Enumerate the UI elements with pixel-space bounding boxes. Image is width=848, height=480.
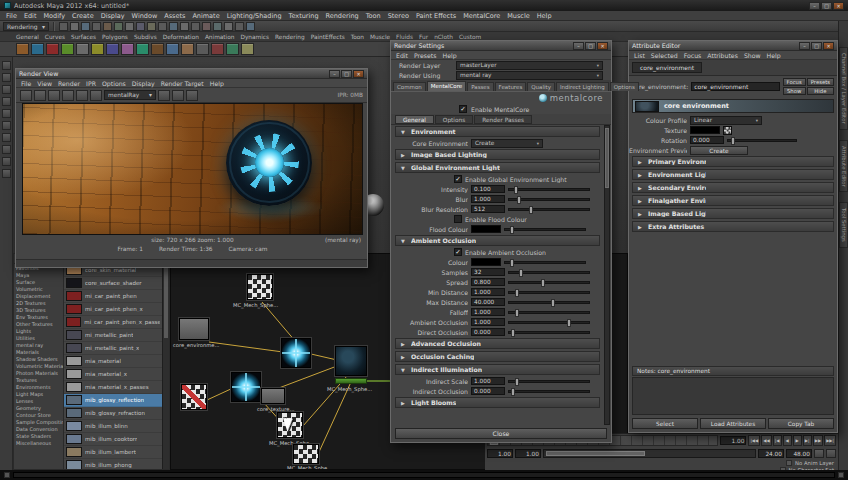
- attribute-editor-button[interactable]: Hide: [807, 87, 834, 95]
- menu-item[interactable]: Help: [443, 52, 457, 59]
- shelf-icon[interactable]: [196, 43, 209, 55]
- checkbox[interactable]: [454, 175, 462, 183]
- section-arrow-icon[interactable]: ▶: [638, 159, 645, 165]
- color-swatch[interactable]: [471, 225, 501, 233]
- attribute-dropdown[interactable]: Linear▾: [690, 116, 762, 125]
- node-tab[interactable]: core_environment: [632, 62, 702, 73]
- value-field[interactable]: 40.000: [471, 298, 505, 306]
- status-icon[interactable]: [180, 22, 189, 31]
- setting-slider[interactable]: [508, 188, 590, 191]
- shelf-tab[interactable]: Custom: [459, 34, 481, 40]
- node-name-field[interactable]: core_environment: [691, 82, 779, 91]
- slider-thumb[interactable]: [731, 137, 735, 145]
- shelf-tab[interactable]: nCloth: [434, 34, 453, 40]
- shelf-tab[interactable]: General: [16, 34, 39, 40]
- tool-icon[interactable]: [2, 97, 11, 106]
- shader-list-item[interactable]: mib_illum_lambert: [64, 446, 162, 459]
- attribute-editor-button[interactable]: Presets: [807, 78, 834, 86]
- footer-button[interactable]: Load Attributes: [700, 418, 766, 429]
- shelf-tab[interactable]: Curves: [45, 34, 65, 40]
- tool-icon[interactable]: [2, 121, 11, 130]
- create-category[interactable]: Displacement: [14, 293, 63, 300]
- texture-map-button[interactable]: [723, 126, 732, 135]
- status-icon[interactable]: [224, 22, 233, 31]
- status-icon[interactable]: [70, 22, 79, 31]
- section-arrow-icon[interactable]: ▶: [638, 198, 645, 204]
- settings-tab[interactable]: Common: [393, 82, 426, 91]
- shader-list-item[interactable]: mib_illum_phong: [64, 459, 162, 469]
- create-category[interactable]: Data Conversion: [14, 426, 63, 433]
- shader-list-item[interactable]: mia_material_x: [64, 368, 162, 381]
- close-button[interactable]: ✕: [353, 70, 364, 78]
- texture-utility-node[interactable]: [261, 388, 285, 404]
- menu-item[interactable]: Toon: [366, 12, 381, 20]
- glow-texture-node[interactable]: [281, 338, 311, 368]
- shelf-tab[interactable]: Toon: [351, 34, 364, 40]
- menu-item[interactable]: Help: [537, 12, 552, 20]
- menu-item[interactable]: Create: [72, 12, 94, 20]
- shelf-icon[interactable]: [241, 43, 254, 55]
- sidebar-vertical-tab[interactable]: Channel Box / Layer Editor: [839, 47, 848, 130]
- status-icon[interactable]: [246, 22, 255, 31]
- value-field[interactable]: 1.000: [471, 195, 505, 203]
- sidebar-vertical-tab[interactable]: Attribute Editor: [839, 140, 848, 193]
- settings-tab[interactable]: Quality: [527, 82, 555, 91]
- shelf-icon[interactable]: [181, 43, 194, 55]
- attribute-editor-button[interactable]: Focus: [783, 78, 806, 86]
- scrollbar[interactable]: [604, 125, 610, 425]
- settings-subtab[interactable]: Render Passes: [474, 115, 532, 124]
- broken-checker-texture-node[interactable]: [181, 384, 207, 410]
- texture-node[interactable]: [293, 444, 319, 464]
- menu-item[interactable]: MentalCore: [463, 12, 500, 20]
- shelf-icon[interactable]: [91, 43, 104, 55]
- animation-preferences-icon[interactable]: [826, 449, 836, 458]
- slider-thumb[interactable]: [514, 186, 518, 194]
- value-field[interactable]: 1.000: [471, 377, 505, 385]
- setting-slider[interactable]: [508, 271, 590, 274]
- range-slider[interactable]: [543, 449, 756, 458]
- shelf-icon[interactable]: [76, 43, 89, 55]
- status-icon[interactable]: [81, 22, 90, 31]
- slider-thumb[interactable]: [515, 289, 519, 297]
- value-field[interactable]: 0.000: [471, 387, 505, 395]
- create-category[interactable]: 3D Textures: [14, 307, 63, 314]
- render-using-dropdown[interactable]: mental ray ▾: [456, 71, 603, 80]
- setting-slider[interactable]: [508, 301, 590, 304]
- shader-list-item[interactable]: mi_metallic_paint_x: [64, 342, 162, 355]
- create-category[interactable]: Volumetric Materials: [14, 363, 63, 370]
- menu-item[interactable]: Edit: [396, 52, 408, 59]
- shelf-icon[interactable]: [121, 43, 134, 55]
- render-view-titlebar[interactable]: Render View – □ ✕: [16, 69, 367, 79]
- notes-header[interactable]: Notes: core_environment: [632, 366, 834, 376]
- create-category[interactable]: Other Textures: [14, 321, 63, 328]
- menu-item[interactable]: IPR: [86, 80, 96, 87]
- value-field[interactable]: 0.100: [471, 185, 505, 193]
- menu-item[interactable]: Presets: [414, 52, 437, 59]
- scrollbar-thumb[interactable]: [164, 268, 168, 338]
- section-arrow-icon[interactable]: ▶: [638, 224, 645, 230]
- attribute-editor-titlebar[interactable]: Attribute Editor – □ ✕: [629, 41, 837, 51]
- rgb-channel-icon[interactable]: [158, 90, 170, 101]
- slider-thumb[interactable]: [541, 279, 545, 287]
- menu-item[interactable]: Focus: [684, 52, 702, 59]
- create-category[interactable]: Lights: [14, 328, 63, 335]
- shelf-tab[interactable]: Subdivs: [134, 34, 157, 40]
- scrollbar-thumb[interactable]: [605, 128, 609, 188]
- create-category[interactable]: Miscellaneous: [14, 440, 63, 447]
- value-field[interactable]: 1.000: [471, 288, 505, 296]
- menu-item[interactable]: Show: [744, 52, 761, 59]
- shelf-icon[interactable]: [16, 43, 29, 55]
- snapshot-icon[interactable]: [48, 90, 60, 101]
- value-field[interactable]: 0.800: [471, 278, 505, 286]
- create-category[interactable]: Textures: [14, 377, 63, 384]
- menu-item[interactable]: Assets: [164, 12, 185, 20]
- range-slider-bar[interactable]: [546, 451, 645, 456]
- section-arrow-icon[interactable]: ▼: [401, 129, 408, 135]
- setting-slider[interactable]: [504, 261, 586, 264]
- menu-item[interactable]: Options: [102, 80, 126, 87]
- close-button[interactable]: ✕: [823, 42, 834, 50]
- stop-render-icon[interactable]: [90, 90, 102, 101]
- shader-list-item[interactable]: mi_car_paint_phen_x_passes: [64, 316, 162, 329]
- menu-item[interactable]: Edit: [24, 12, 37, 20]
- shader-list-item[interactable]: mia_material: [64, 355, 162, 368]
